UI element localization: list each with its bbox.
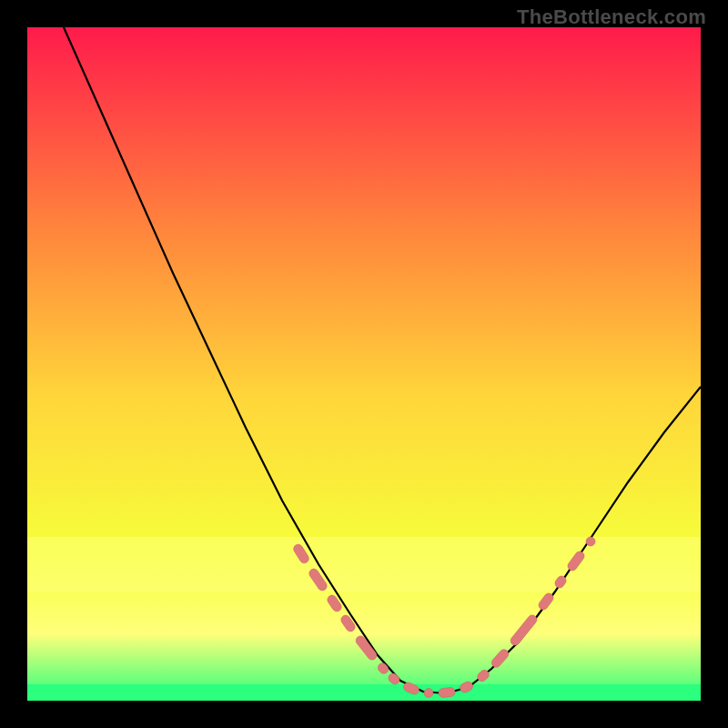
bottleneck-chart bbox=[27, 27, 701, 701]
yellow-band bbox=[27, 537, 701, 592]
gradient-background bbox=[27, 27, 701, 701]
watermark-text: TheBottleneck.com bbox=[517, 5, 706, 29]
green-baseline bbox=[27, 684, 701, 701]
chart-frame bbox=[27, 27, 701, 701]
